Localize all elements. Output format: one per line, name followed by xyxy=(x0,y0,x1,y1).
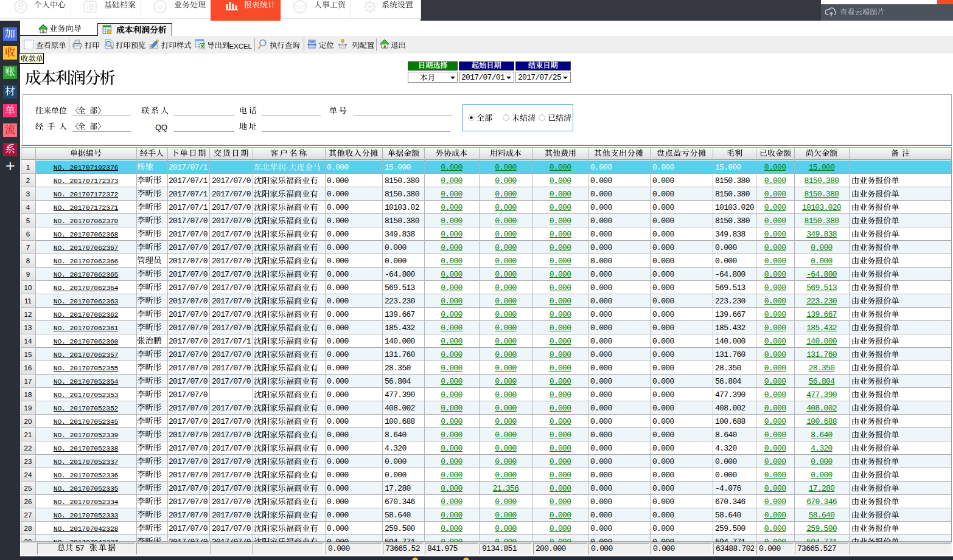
svg-text:HR: HR xyxy=(296,4,304,10)
svg-text:AD: AD xyxy=(156,4,164,10)
